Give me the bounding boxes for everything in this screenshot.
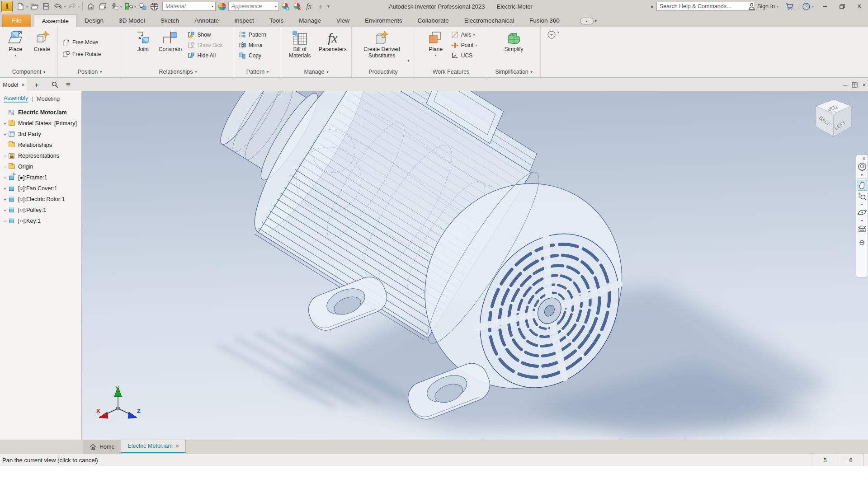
show-relationships-button[interactable]: Show: [185, 30, 224, 39]
clear-appearance-button[interactable]: [292, 1, 302, 12]
free-rotate-button[interactable]: Free Rotate: [61, 50, 103, 59]
update-button[interactable]: [109, 1, 120, 12]
doc-minimize-icon[interactable]: –: [843, 81, 847, 89]
wheel-dropdown[interactable]: ▼: [857, 172, 867, 178]
sign-in-label[interactable]: Sign In: [757, 3, 775, 9]
joint-button[interactable]: Joint: [131, 28, 155, 53]
ucs-button[interactable]: UCS: [449, 51, 479, 60]
bill-of-materials-button[interactable]: Bill of Materials: [284, 28, 316, 59]
create-derived-substitutes-button[interactable]: Create Derived Substitutes: [357, 28, 406, 59]
document-tab-electric-motor[interactable]: Electric Motor.iam ×: [121, 440, 185, 453]
doc-close-icon[interactable]: ×: [862, 81, 866, 89]
free-move-button[interactable]: Free Move: [61, 38, 100, 47]
redo-dropdown[interactable]: ▾: [78, 5, 80, 9]
tab-file[interactable]: File: [2, 14, 31, 27]
plane-dropdown[interactable]: ▾: [435, 53, 437, 57]
tab-design[interactable]: Design: [77, 14, 111, 27]
electric-motor-model[interactable]: TOP BACK LEFT X Y Z: [82, 91, 868, 440]
create-button[interactable]: Create: [29, 28, 55, 53]
tab-annotate[interactable]: Annotate: [187, 14, 226, 27]
show-sick-button[interactable]: Show Sick: [185, 41, 224, 50]
add-qat-button[interactable]: +: [315, 1, 326, 12]
look-at-tool-button[interactable]: [857, 223, 867, 234]
panel-label-simplification[interactable]: Simplification▾: [487, 66, 540, 77]
tree-item-fan-cover[interactable]: + [○]:Fan Cover:1: [0, 183, 81, 194]
home-tab[interactable]: Home: [83, 440, 121, 453]
tree-item-3rd-party[interactable]: + 3rd Party: [0, 129, 81, 140]
new-file-dropdown[interactable]: ▾: [26, 5, 28, 9]
panel-overflow-dropdown[interactable]: ▾: [557, 30, 559, 34]
point-button[interactable]: Point ▾: [449, 41, 479, 50]
panel-label-manage[interactable]: Manage▾: [281, 66, 351, 77]
constrain-button[interactable]: Constrain: [156, 28, 184, 53]
tree-item-key[interactable]: + [○]:Key:1: [0, 216, 81, 226]
point-dropdown[interactable]: ▾: [475, 43, 477, 47]
home-view-button[interactable]: [85, 1, 96, 12]
close-button[interactable]: ×: [851, 0, 868, 13]
pattern-button[interactable]: Pattern: [237, 30, 268, 39]
place-dropdown[interactable]: ▾: [14, 53, 16, 57]
ribbon-display-dropdown[interactable]: ▾: [595, 19, 597, 23]
navigation-wheel-button[interactable]: [857, 161, 867, 172]
component-swap-button[interactable]: [137, 1, 148, 12]
select-dropdown[interactable]: ▾: [134, 5, 136, 9]
ribbon-display-toggle[interactable]: ▲: [580, 18, 594, 24]
browser-close-icon[interactable]: ×: [21, 82, 24, 88]
search-input[interactable]: [656, 2, 755, 11]
doc-tab-close-icon[interactable]: ×: [176, 443, 179, 449]
tab-3d-model[interactable]: 3D Model: [111, 14, 153, 27]
undo-button[interactable]: [52, 1, 63, 12]
tab-view[interactable]: View: [329, 14, 357, 27]
tree-item-electric-rotor[interactable]: + [○]:Electric Rotor:1: [0, 194, 81, 205]
tree-item-model-states[interactable]: + Model States: [Primary]: [0, 118, 81, 129]
panel-overflow-icon[interactable]: [547, 30, 556, 39]
qat-customize-dropdown[interactable]: ▼: [326, 4, 330, 9]
zoom-dropdown[interactable]: ▼: [857, 202, 867, 207]
browser-tab-assembly[interactable]: Assembly: [4, 95, 28, 103]
browser-search-button[interactable]: [49, 78, 61, 91]
plane-button[interactable]: Plane ▾: [423, 28, 448, 57]
pan-tool-button[interactable]: [857, 180, 867, 191]
adjust-appearance-button[interactable]: [280, 1, 291, 12]
browser-tab-modeling[interactable]: Modeling: [37, 96, 60, 102]
panel-label-relationships[interactable]: Relationships▾: [122, 66, 234, 77]
update-dropdown[interactable]: ▾: [120, 5, 122, 9]
new-file-button[interactable]: [15, 1, 26, 12]
tab-fusion-360[interactable]: Fusion 360: [522, 14, 567, 27]
parameters-fx-button[interactable]: fx: [303, 1, 314, 12]
select-button[interactable]: [123, 1, 134, 12]
tab-inspect[interactable]: Inspect: [226, 14, 262, 27]
navbar-close-button[interactable]: ⊗: [860, 156, 868, 161]
sign-in-area[interactable]: Sign In ▾ ? ▾: [748, 0, 814, 13]
material-ball-icon[interactable]: [149, 1, 160, 12]
open-button[interactable]: [29, 1, 40, 12]
help-icon[interactable]: ?: [802, 3, 810, 10]
tree-item-root[interactable]: Electric Motor.iam: [0, 107, 81, 118]
3d-viewport[interactable]: TOP BACK LEFT X Y Z ⊗: [82, 91, 868, 440]
axis-dropdown[interactable]: ▾: [473, 33, 475, 37]
restore-button[interactable]: [834, 0, 851, 13]
tree-item-relationships[interactable]: Relationships: [0, 140, 81, 150]
zoom-tool-button[interactable]: [857, 191, 867, 202]
place-button[interactable]: Place ▾: [3, 28, 28, 57]
sign-in-dropdown[interactable]: ▾: [777, 5, 778, 9]
undo-dropdown[interactable]: ▾: [64, 5, 66, 9]
tab-assemble[interactable]: Assemble: [34, 14, 77, 27]
tree-item-representations[interactable]: + Representations: [0, 150, 81, 161]
tree-item-pulley[interactable]: + [○]:Pulley:1: [0, 205, 81, 216]
simplify-button[interactable]: Simplify: [498, 28, 530, 53]
panel-label-position[interactable]: Position▾: [58, 66, 122, 77]
help-dropdown[interactable]: ▾: [812, 5, 814, 9]
doc-restore-icon[interactable]: [852, 82, 858, 88]
view-cube[interactable]: TOP BACK LEFT: [816, 99, 851, 136]
orbit-tool-button[interactable]: [857, 207, 867, 218]
panel-label-productivity[interactable]: Productivity: [352, 66, 415, 77]
tab-manage[interactable]: Manage: [291, 14, 329, 27]
parameters-button[interactable]: fx Parameters: [317, 28, 349, 53]
copy-button[interactable]: Copy: [237, 51, 268, 60]
minimize-button[interactable]: –: [816, 0, 834, 13]
navbar-customize-button[interactable]: ⊖: [857, 237, 867, 248]
appearance-wheel-icon[interactable]: [217, 1, 227, 12]
inventor-logo-icon[interactable]: I: [1, 1, 13, 12]
tab-electromechanical[interactable]: Electromechanical: [457, 14, 522, 27]
